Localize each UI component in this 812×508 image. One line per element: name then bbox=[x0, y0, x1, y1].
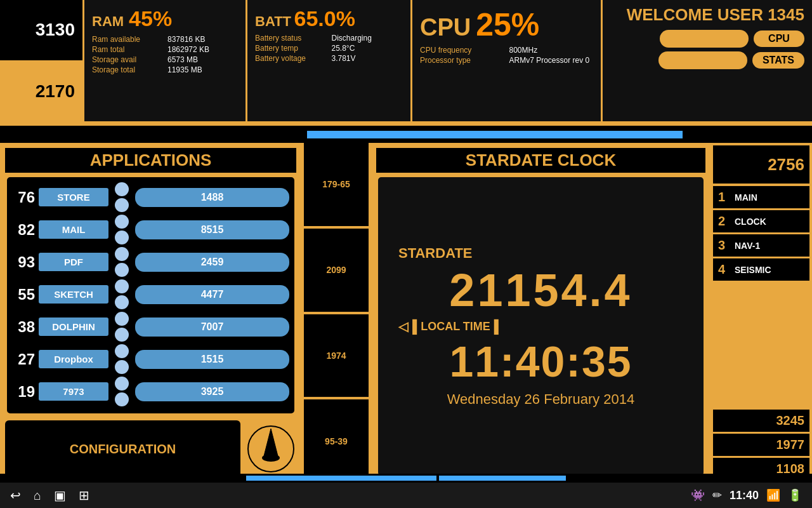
local-time-value: 11:40:35 bbox=[449, 337, 632, 386]
alien-icon: 👾 bbox=[691, 488, 705, 502]
mid-item-2: 1974 bbox=[304, 314, 369, 398]
content-area: APPLICATIONS 76 STORE 1488 82 MAIL 8515 … bbox=[0, 143, 812, 483]
app-count-4[interactable]: 7007 bbox=[135, 318, 289, 337]
stats-button[interactable]: STATS bbox=[752, 52, 804, 69]
ram-available-value: 837816 KB bbox=[167, 35, 238, 44]
app-num-6: 19 bbox=[12, 383, 35, 401]
batt-percent: 65.0% bbox=[294, 6, 355, 30]
storage-total-value: 11935 MB bbox=[167, 65, 238, 74]
nav-num-3: 3 bbox=[718, 238, 731, 253]
status-time: 11:40 bbox=[730, 489, 759, 502]
far-right-panel: 2756 1 MAIN 2 CLOCK 3 NAV-1 4 SEISMIC 32… bbox=[710, 143, 812, 483]
app-dot-bot-5 bbox=[115, 360, 129, 374]
top-left-numbers: 3130 2170 bbox=[0, 0, 82, 121]
app-dot-top-3 bbox=[115, 279, 129, 293]
ram-label: RAM bbox=[92, 13, 124, 30]
storage-total-label: Storage total bbox=[92, 65, 162, 74]
app-dots-5 bbox=[115, 344, 129, 374]
app-name-1[interactable]: MAIL bbox=[39, 220, 108, 239]
app-num-1: 82 bbox=[12, 221, 35, 239]
ram-total-value: 1862972 KB bbox=[167, 45, 238, 54]
menu-icon[interactable]: ⊞ bbox=[79, 488, 89, 503]
app-row-0[interactable]: 76 STORE 1488 bbox=[12, 182, 289, 212]
app-row-5[interactable]: 27 Dropbox 1515 bbox=[12, 344, 289, 374]
battery-icon: 🔋 bbox=[788, 488, 802, 502]
app-count-3[interactable]: 4477 bbox=[135, 285, 289, 304]
config-title[interactable]: CONFIGURATION bbox=[5, 420, 240, 478]
edit-icon: ✏ bbox=[712, 488, 722, 502]
app-count-2[interactable]: 2459 bbox=[135, 253, 289, 272]
app-row-4[interactable]: 38 DOLPHIN 7007 bbox=[12, 312, 289, 342]
batt-voltage-label: Battery voltage bbox=[255, 54, 327, 63]
top-num-2: 2170 bbox=[0, 62, 82, 122]
cpu-bar bbox=[660, 30, 749, 48]
svg-point-2 bbox=[262, 454, 280, 462]
nav-label-clock: CLOCK bbox=[735, 217, 766, 227]
nav-label-seismic: SEISMIC bbox=[735, 265, 771, 275]
nav-item-1[interactable]: 1 MAIN bbox=[713, 186, 809, 208]
top-num-1: 3130 bbox=[0, 0, 82, 62]
fr-bot-num-1: 1977 bbox=[713, 434, 809, 456]
app-dots-6 bbox=[115, 377, 129, 406]
ram-total-label: Ram total bbox=[92, 45, 162, 54]
top-bar: 3130 2170 RAM 45% Ram available 837816 K… bbox=[0, 0, 812, 124]
cpu-percent: 25% bbox=[476, 6, 539, 43]
bottom-blue-seg-1 bbox=[246, 476, 436, 481]
app-count-6[interactable]: 3925 bbox=[135, 382, 289, 401]
cpu-proc-value: ARMv7 Processor rev 0 bbox=[509, 56, 594, 65]
nav-item-4[interactable]: 4 SEISMIC bbox=[713, 258, 809, 281]
left-panel: APPLICATIONS 76 STORE 1488 82 MAIL 8515 … bbox=[0, 143, 301, 483]
app-dot-bot-0 bbox=[115, 198, 129, 212]
stats-btn-row: STATS bbox=[658, 51, 804, 69]
bottom-blue-bar bbox=[0, 474, 812, 483]
left-bottom: CONFIGURATION bbox=[5, 420, 296, 478]
app-dots-4 bbox=[115, 312, 129, 342]
far-right-top-num: 2756 bbox=[713, 145, 809, 184]
app-count-0[interactable]: 1488 bbox=[135, 188, 289, 207]
mid-item-1: 2099 bbox=[304, 229, 369, 312]
app-num-0: 76 bbox=[12, 189, 35, 206]
app-dot-bot-4 bbox=[115, 328, 129, 342]
app-dots-3 bbox=[115, 279, 129, 309]
stardate-value: 21154.4 bbox=[449, 264, 632, 316]
app-name-4[interactable]: DOLPHIN bbox=[39, 318, 108, 336]
recent-icon[interactable]: ▣ bbox=[54, 488, 66, 503]
date-value: Wednesday 26 February 2014 bbox=[447, 391, 635, 408]
app-dot-bot-6 bbox=[115, 392, 129, 406]
starfleet-logo bbox=[246, 424, 296, 474]
nav-label-main: MAIN bbox=[735, 192, 757, 203]
far-right-bottom: 3245 1977 1108 bbox=[713, 410, 809, 480]
app-dots-2 bbox=[115, 247, 129, 277]
home-icon[interactable]: ⌂ bbox=[34, 488, 41, 503]
blue-bar-center bbox=[307, 131, 683, 138]
app-num-2: 93 bbox=[12, 253, 35, 271]
storage-avail-value: 6573 MB bbox=[167, 55, 238, 64]
fr-mid-num: 3245 bbox=[713, 410, 809, 432]
status-bar: ↩ ⌂ ▣ ⊞ 👾 ✏ 11:40 📶 🔋 bbox=[0, 483, 812, 508]
stardate-title: STARDATE CLOCK bbox=[376, 148, 705, 173]
cpu-freq-value: 800MHz bbox=[509, 46, 594, 55]
far-right-nav: 1 MAIN 2 CLOCK 3 NAV-1 4 SEISMIC bbox=[713, 186, 809, 407]
app-name-5[interactable]: Dropbox bbox=[39, 350, 108, 368]
batt-voltage-value: 3.781V bbox=[332, 54, 403, 63]
nav-item-3[interactable]: 3 NAV-1 bbox=[713, 234, 809, 257]
app-dot-top-1 bbox=[115, 215, 129, 229]
app-count-5[interactable]: 1515 bbox=[135, 350, 289, 369]
nav-item-2[interactable]: 2 CLOCK bbox=[713, 210, 809, 232]
app-dot-top-0 bbox=[115, 182, 129, 196]
welcome-text: WELCOME USER 1345 bbox=[610, 5, 804, 25]
app-row-2[interactable]: 93 PDF 2459 bbox=[12, 247, 289, 277]
app-row-6[interactable]: 19 7973 3925 bbox=[12, 377, 289, 406]
app-num-5: 27 bbox=[12, 351, 35, 368]
app-name-2[interactable]: PDF bbox=[39, 253, 108, 271]
cpu-button[interactable]: CPU bbox=[754, 30, 804, 47]
app-name-6[interactable]: 7973 bbox=[39, 382, 108, 401]
right-panel: STARDATE CLOCK STARDATE 21154.4 ◁▐ LOCAL… bbox=[371, 143, 710, 483]
app-row-1[interactable]: 82 MAIL 8515 bbox=[12, 215, 289, 244]
app-name-3[interactable]: SKETCH bbox=[39, 285, 108, 304]
app-count-1[interactable]: 8515 bbox=[135, 220, 289, 239]
app-row-3[interactable]: 55 SKETCH 4477 bbox=[12, 279, 289, 309]
wifi-icon: 📶 bbox=[766, 488, 780, 502]
back-icon[interactable]: ↩ bbox=[10, 488, 21, 503]
app-name-0[interactable]: STORE bbox=[39, 188, 108, 206]
